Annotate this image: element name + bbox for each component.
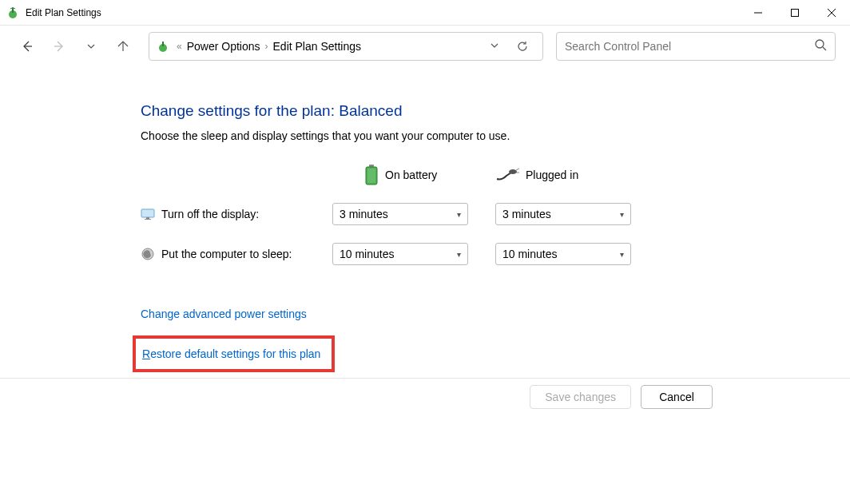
search-button[interactable] — [814, 38, 827, 54]
search-box[interactable] — [556, 32, 836, 61]
display-icon — [141, 207, 155, 221]
page-subtitle: Choose the sleep and display settings th… — [141, 129, 834, 142]
breadcrumb-edit-plan[interactable]: Edit Plan Settings — [270, 38, 365, 54]
search-icon — [814, 38, 827, 51]
save-button[interactable]: Save changes — [530, 385, 631, 409]
settings-grid: On battery Plugged in Turn off the displ… — [141, 165, 834, 265]
minimize-button[interactable] — [740, 0, 777, 26]
column-header-plugged: Plugged in — [495, 168, 639, 182]
refresh-button[interactable] — [507, 32, 536, 61]
sleep-label: Put the computer to sleep: — [161, 248, 292, 260]
search-input[interactable] — [565, 40, 814, 53]
svg-rect-1 — [12, 8, 14, 13]
display-label: Turn off the display: — [161, 208, 259, 220]
title-bar: Edit Plan Settings — [0, 0, 850, 26]
minimize-icon — [754, 9, 762, 17]
restore-defaults-link[interactable]: Restore default settings for this plan — [142, 347, 320, 360]
refresh-icon — [516, 40, 529, 53]
svg-rect-15 — [367, 169, 375, 183]
svg-line-12 — [823, 47, 826, 50]
arrow-right-icon — [53, 40, 66, 53]
display-row-label: Turn off the display: — [141, 207, 332, 221]
address-dropdown-button[interactable] — [485, 39, 504, 54]
back-button[interactable] — [14, 34, 40, 59]
battery-icon — [364, 165, 379, 185]
arrow-up-icon — [117, 40, 129, 53]
svg-rect-21 — [145, 219, 151, 220]
svg-point-16 — [509, 169, 517, 174]
recent-locations-button[interactable] — [78, 34, 104, 59]
chevron-right-icon[interactable]: › — [265, 41, 268, 52]
svg-rect-19 — [141, 209, 154, 217]
content-area: Change settings for the plan: Balanced C… — [0, 67, 850, 388]
app-icon — [6, 6, 19, 19]
footer-bar: Save changes Cancel — [0, 378, 850, 415]
close-icon — [828, 9, 836, 17]
address-bar[interactable]: « Power Options › Edit Plan Settings — [149, 32, 543, 61]
navigation-bar: « Power Options › Edit Plan Settings — [0, 26, 850, 67]
breadcrumb-overflow-icon[interactable]: « — [177, 41, 182, 52]
up-button[interactable] — [110, 34, 136, 59]
cancel-button[interactable]: Cancel — [641, 385, 713, 409]
chevron-down-icon — [86, 42, 96, 51]
links-section: Change advanced power settings Restore d… — [141, 307, 834, 372]
sleep-plugged-select[interactable]: 10 minutes ▾ — [495, 243, 631, 265]
column-header-battery: On battery — [332, 165, 476, 185]
window-controls — [740, 0, 850, 26]
maximize-button[interactable] — [777, 0, 813, 26]
select-value: 3 minutes — [502, 208, 551, 220]
breadcrumb-power-options[interactable]: Power Options — [184, 38, 264, 54]
advanced-settings-link[interactable]: Change advanced power settings — [141, 308, 307, 320]
chevron-down-icon: ▾ — [620, 250, 624, 259]
svg-rect-20 — [146, 217, 149, 219]
svg-line-17 — [516, 169, 519, 170]
sleep-icon — [141, 247, 155, 261]
arrow-left-icon — [21, 40, 34, 53]
display-plugged-select[interactable]: 3 minutes ▾ — [495, 203, 631, 225]
restore-label-rest: estore default settings for this plan — [150, 347, 320, 360]
highlight-annotation: Restore default settings for this plan — [133, 335, 335, 372]
chevron-down-icon: ▾ — [620, 210, 624, 219]
close-button[interactable] — [813, 0, 850, 26]
sleep-row-label: Put the computer to sleep: — [141, 247, 332, 261]
select-value: 10 minutes — [502, 248, 557, 260]
chevron-down-icon: ▾ — [457, 250, 461, 259]
window-title: Edit Plan Settings — [26, 7, 740, 18]
svg-point-11 — [816, 40, 824, 48]
restore-accelerator: R — [142, 347, 150, 360]
plugged-label: Plugged in — [526, 169, 578, 181]
sleep-battery-select[interactable]: 10 minutes ▾ — [332, 243, 468, 265]
page-title: Change settings for the plan: Balanced — [141, 102, 834, 120]
chevron-down-icon — [490, 41, 499, 50]
display-battery-select[interactable]: 3 minutes ▾ — [332, 203, 468, 225]
plug-icon — [495, 168, 519, 182]
svg-rect-3 — [792, 9, 799, 16]
forward-button[interactable] — [46, 34, 72, 59]
maximize-icon — [791, 9, 799, 17]
select-value: 3 minutes — [340, 208, 388, 220]
chevron-down-icon: ▾ — [457, 210, 461, 219]
power-options-icon — [156, 39, 170, 54]
battery-label: On battery — [385, 169, 437, 181]
svg-rect-10 — [162, 42, 164, 46]
select-value: 10 minutes — [340, 248, 394, 260]
